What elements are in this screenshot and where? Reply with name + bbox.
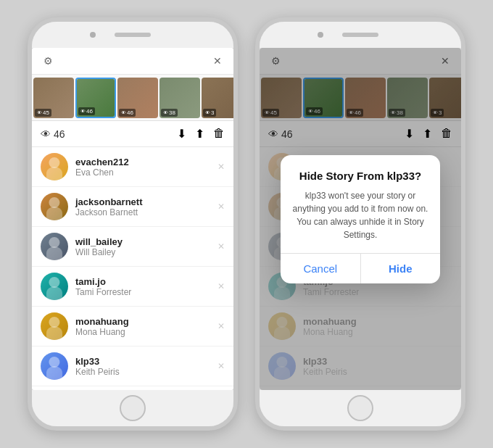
view-number: 46 bbox=[54, 128, 65, 140]
list-item[interactable]: tami.jo Tami Forrester ✕ bbox=[32, 267, 233, 307]
display-name: Keith Peiris bbox=[75, 367, 210, 377]
display-name: Will Bailey bbox=[75, 247, 210, 257]
count-actions-1: ⬇ ⬆ 🗑 bbox=[177, 127, 225, 141]
phone-2: ⚙ ✕ 👁45 👁46 👁46 bbox=[255, 17, 465, 431]
remove-user-icon[interactable]: ✕ bbox=[218, 162, 225, 172]
speaker-1 bbox=[115, 33, 151, 37]
username: will_bailey bbox=[75, 236, 210, 247]
modal-body: klp33 won't see your story or anything y… bbox=[292, 189, 428, 241]
remove-user-icon[interactable]: ✕ bbox=[218, 281, 225, 291]
list-item[interactable]: smith1302 Eric Smith ✕ bbox=[32, 386, 233, 390]
phone-screen-2: ⚙ ✕ 👁45 👁46 👁46 bbox=[260, 48, 461, 390]
user-info: jacksonbarnett Jackson Barnett bbox=[75, 196, 210, 217]
user-info: klp33 Keith Peiris bbox=[75, 356, 210, 377]
download-icon[interactable]: ⬇ bbox=[177, 127, 186, 141]
phone-1: ⚙ ✕ 👁45 👁46 👁46 bbox=[28, 17, 238, 431]
list-item[interactable]: evachen212 Eva Chen ✕ bbox=[32, 147, 233, 187]
phone-screen-1: ⚙ ✕ 👁45 👁46 👁46 bbox=[32, 48, 233, 390]
phone-top-1 bbox=[32, 22, 233, 48]
phone-bottom-1 bbox=[32, 390, 233, 426]
avatar bbox=[41, 312, 68, 340]
story-count-2: 👁46 bbox=[78, 107, 95, 115]
close-icon[interactable]: ✕ bbox=[210, 54, 225, 68]
username: jacksonbarnett bbox=[75, 196, 210, 207]
avatar bbox=[41, 193, 68, 220]
user-info: will_bailey Will Bailey bbox=[75, 236, 210, 257]
username: klp33 bbox=[75, 356, 210, 367]
camera-dot-2 bbox=[318, 32, 323, 38]
remove-user-icon[interactable]: ✕ bbox=[218, 202, 225, 212]
modal-overlay: Hide Story From klp33? klp33 won't see y… bbox=[260, 48, 461, 390]
avatar bbox=[41, 273, 68, 300]
avatar bbox=[41, 233, 68, 260]
view-count-1: 👁 46 bbox=[41, 128, 65, 140]
eye-icon: 👁 bbox=[41, 128, 51, 140]
story-count-1: 👁45 bbox=[35, 109, 51, 117]
list-item[interactable]: will_bailey Will Bailey ✕ bbox=[32, 227, 233, 267]
avatar bbox=[41, 153, 68, 181]
display-name: Jackson Barnett bbox=[75, 207, 210, 217]
phone-top-2 bbox=[260, 22, 461, 48]
story-thumb-5[interactable]: 👁3 bbox=[202, 78, 233, 118]
user-info: monahuang Mona Huang bbox=[75, 316, 210, 337]
list-item[interactable]: monahuang Mona Huang ✕ bbox=[32, 307, 233, 347]
screen-topbar-1: ⚙ ✕ bbox=[32, 48, 233, 75]
count-bar-1: 👁 46 ⬇ ⬆ 🗑 bbox=[32, 121, 233, 147]
cancel-button[interactable]: Cancel bbox=[281, 254, 361, 283]
user-info: tami.jo Tami Forrester bbox=[75, 276, 210, 297]
home-button-2[interactable] bbox=[347, 395, 373, 421]
avatar bbox=[41, 352, 68, 380]
speaker-2 bbox=[342, 33, 378, 37]
phone-bottom-2 bbox=[260, 390, 461, 426]
story-thumb-4[interactable]: 👁38 bbox=[160, 78, 200, 118]
user-list-1: evachen212 Eva Chen ✕ jacksonbarnett Jac… bbox=[32, 147, 233, 390]
user-info: evachen212 Eva Chen bbox=[75, 157, 210, 178]
remove-user-icon[interactable]: ✕ bbox=[218, 361, 225, 371]
story-count-4: 👁38 bbox=[161, 109, 178, 117]
hide-story-modal: Hide Story From klp33? klp33 won't see y… bbox=[281, 155, 440, 283]
modal-actions: Cancel Hide bbox=[281, 253, 440, 283]
camera-dot-1 bbox=[90, 32, 96, 38]
remove-user-icon[interactable]: ✕ bbox=[218, 321, 225, 331]
username: tami.jo bbox=[75, 276, 210, 287]
remove-user-icon[interactable]: ✕ bbox=[218, 241, 225, 252]
username: monahuang bbox=[75, 316, 210, 327]
gear-icon[interactable]: ⚙ bbox=[41, 54, 55, 68]
delete-icon[interactable]: 🗑 bbox=[213, 127, 225, 141]
display-name: Mona Huang bbox=[75, 327, 210, 337]
list-item[interactable]: jacksonbarnett Jackson Barnett ✕ bbox=[32, 187, 233, 227]
list-item[interactable]: klp33 Keith Peiris ✕ bbox=[32, 347, 233, 386]
story-thumb-2[interactable]: 👁46 bbox=[75, 78, 116, 118]
hide-button[interactable]: Hide bbox=[361, 254, 441, 283]
username: evachen212 bbox=[75, 157, 210, 167]
story-count-3: 👁46 bbox=[119, 109, 136, 117]
home-button-1[interactable] bbox=[120, 395, 146, 421]
modal-title: Hide Story From klp33? bbox=[292, 170, 428, 182]
display-name: Eva Chen bbox=[75, 167, 210, 178]
story-thumb-1[interactable]: 👁45 bbox=[33, 78, 74, 118]
story-strip-1: 👁45 👁46 👁46 👁38 bbox=[32, 75, 233, 121]
story-thumb-3[interactable]: 👁46 bbox=[117, 78, 158, 118]
share-icon[interactable]: ⬆ bbox=[195, 127, 204, 141]
story-count-5: 👁3 bbox=[203, 109, 216, 117]
display-name: Tami Forrester bbox=[75, 287, 210, 297]
